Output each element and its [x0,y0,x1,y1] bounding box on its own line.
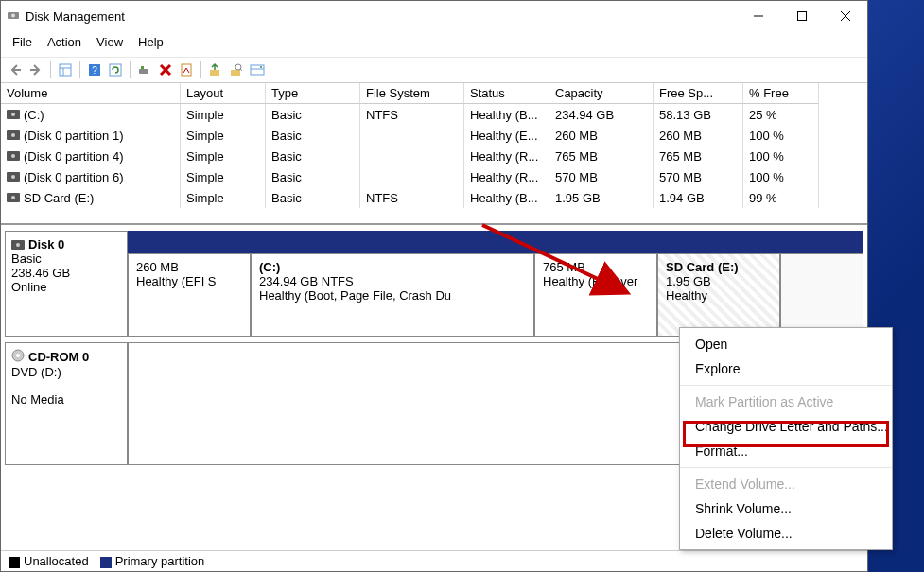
column-volume[interactable]: Volume [1,83,181,104]
disk-info[interactable]: Disk 0 Basic 238.46 GB Online [5,231,128,337]
titlebar-buttons [737,1,867,31]
menu-action[interactable]: Action [42,33,87,51]
svg-rect-11 [110,64,121,76]
partition-block[interactable] [780,253,863,337]
toolbar: ? [1,57,867,83]
disk-title: CD-ROM 0 [28,350,89,364]
disk-status: Online [11,280,121,294]
cm-explore[interactable]: Explore [680,356,892,381]
disk-type: Basic [11,251,121,266]
toolbar-separator [50,61,51,78]
volume-name: SD Card (E:) [24,191,94,205]
partition-block[interactable]: 765 MB Healthy (Recover [534,253,657,337]
partition-title: (C:) [259,260,526,274]
cm-separator [680,385,892,386]
svg-rect-3 [798,12,807,21]
svg-point-25 [16,354,20,357]
menu-help[interactable]: Help [132,33,169,51]
disk-status: No Media [11,392,121,407]
volume-row[interactable]: (Disk 0 partition 4) Simple Basic Health… [1,146,867,166]
volume-name: (Disk 0 partition 1) [24,129,123,143]
partition-size: 260 MB [136,260,242,274]
swatch-black [9,557,20,568]
volume-row[interactable]: (Disk 0 partition 6) Simple Basic Health… [1,166,867,187]
cm-separator [680,467,892,468]
close-button[interactable] [824,1,867,31]
volume-name: (Disk 0 partition 6) [24,170,123,184]
volume-list-body: (C:) Simple Basic NTFS Healthy (B... 234… [1,104,867,223]
partition-size: 765 MB [543,260,649,274]
forward-icon[interactable] [27,61,44,78]
svg-point-23 [260,66,262,68]
column-capacity[interactable]: Capacity [549,83,654,104]
partition-size: 1.95 GB [666,274,772,288]
volume-list-header: Volume Layout Type File System Status Ca… [1,83,867,104]
partition-block[interactable]: 260 MB Healthy (EFI S [128,253,251,337]
show-hide-icon[interactable] [57,61,74,78]
minimize-button[interactable] [737,1,780,31]
svg-rect-6 [60,64,71,76]
partition-block[interactable]: (C:) 234.94 GB NTFS Healthy (Boot, Page … [251,253,534,337]
menu-view[interactable]: View [91,33,129,51]
column-status[interactable]: Status [464,83,549,104]
cm-mark-active: Mark Partition as Active [680,390,892,414]
column-layout[interactable]: Layout [181,83,266,104]
legend-unallocated: Unallocated [9,554,89,568]
disk-partitions: 260 MB Healthy (EFI S (C:) 234.94 GB NTF… [128,231,863,337]
menu-file[interactable]: File [7,33,38,51]
partition-status: Healthy (Boot, Page File, Crash Du [259,288,526,303]
partition-size: 234.94 GB NTFS [259,274,526,288]
cm-format[interactable]: Format... [680,439,892,463]
partition-status: Healthy (Recover [543,274,649,288]
toolbar-separator [200,61,201,78]
disk-size: 238.46 GB [11,266,121,280]
svg-rect-17 [210,70,219,76]
partition-status: Healthy (EFI S [136,274,242,288]
disk-icon [11,240,25,250]
cm-extend: Extend Volume... [680,472,892,496]
drive-icon [7,130,20,140]
back-icon[interactable] [7,61,24,78]
cm-change-letter[interactable]: Change Drive Letter and Paths... [680,414,892,439]
cm-shrink[interactable]: Shrink Volume... [680,496,892,521]
cm-open[interactable]: Open [680,332,892,356]
properties-icon[interactable] [178,61,195,78]
column-filesystem[interactable]: File System [360,83,464,104]
disk-type: DVD (D:) [11,365,121,379]
volume-row[interactable]: SD Card (E:) Simple Basic NTFS Healthy (… [1,187,867,208]
window-title: Disk Management [26,9,125,24]
action1-icon[interactable] [207,61,224,78]
refresh-icon[interactable] [107,61,124,78]
help-icon[interactable]: ? [86,61,103,78]
settings-icon[interactable] [136,61,153,78]
svg-text:?: ? [92,65,97,76]
toolbar-separator [130,61,131,78]
volume-row[interactable]: (Disk 0 partition 1) Simple Basic Health… [1,125,867,146]
delete-icon[interactable] [157,61,174,78]
volume-name: (Disk 0 partition 4) [24,149,123,164]
volume-row[interactable]: (C:) Simple Basic NTFS Healthy (B... 234… [1,104,867,125]
disk-title: Disk 0 [28,237,64,251]
app-icon [7,9,20,23]
drive-icon [7,172,20,182]
cm-delete[interactable]: Delete Volume... [680,521,892,546]
svg-rect-16 [182,64,191,76]
action2-icon[interactable] [228,61,245,78]
drive-icon [7,193,20,202]
svg-line-20 [240,69,242,71]
column-free[interactable]: Free Sp... [654,83,743,104]
legend-primary: Primary partition [100,554,205,568]
swatch-blue [100,557,112,568]
svg-rect-21 [251,65,264,75]
action3-icon[interactable] [249,61,266,78]
title-bar-left: Disk Management [7,9,125,24]
column-type[interactable]: Type [266,83,360,104]
volume-list: Volume Layout Type File System Status Ca… [1,83,867,225]
partition-block-selected[interactable]: SD Card (E:) 1.95 GB Healthy [657,253,780,337]
column-pct[interactable]: % Free [743,83,819,104]
optical-icon [11,349,25,365]
drive-icon [7,151,20,161]
maximize-button[interactable] [780,1,824,31]
disk-info[interactable]: CD-ROM 0 DVD (D:) No Media [5,342,128,465]
context-menu: Open Explore Mark Partition as Active Ch… [679,327,893,550]
